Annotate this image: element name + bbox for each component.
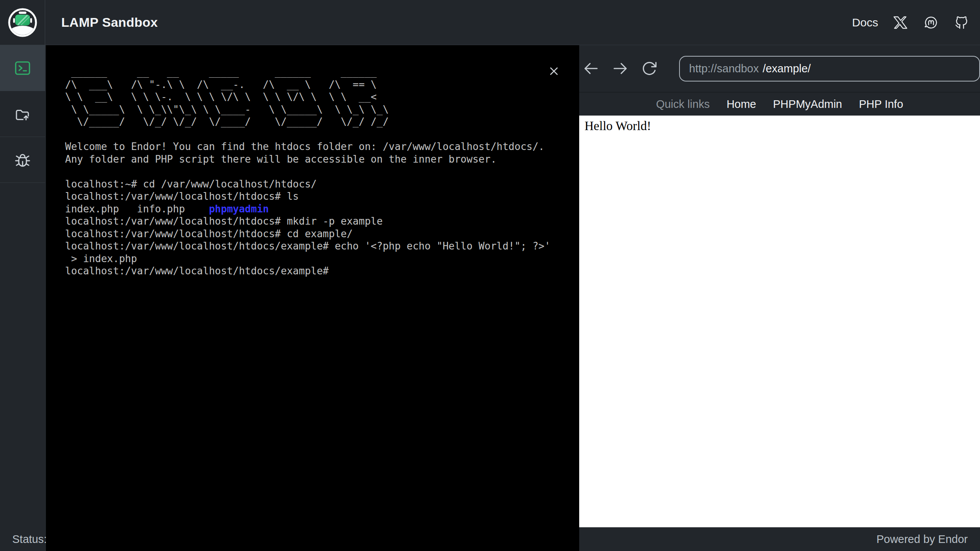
terminal-line: localhost:/var/www/localhost/htdocs/exam… <box>65 240 564 253</box>
terminal-line: localhost:/var/www/localhost/htdocs# cd … <box>65 228 564 240</box>
arrow-left-icon <box>583 60 599 77</box>
terminal-session: localhost:~# cd /var/www/localhost/htdoc… <box>65 178 564 277</box>
logo-cell <box>0 0 45 45</box>
quick-link-php-info[interactable]: PHP Info <box>859 98 903 111</box>
terminal-line: > index.php <box>65 253 564 265</box>
app-title: LAMP Sandbox <box>61 15 158 30</box>
close-terminal-button[interactable] <box>546 63 562 80</box>
quick-link-home[interactable]: Home <box>727 98 756 111</box>
url-prefix: http://sandbox <box>689 62 759 75</box>
x-twitter-icon[interactable] <box>892 14 909 31</box>
app-header: LAMP Sandbox Docs <box>0 0 980 45</box>
terminal-line: localhost:/var/www/localhost/htdocs/exam… <box>65 265 564 277</box>
quick-links-label: Quick links <box>656 98 710 111</box>
terminal-dir-entry: phpmyadmin <box>209 203 269 215</box>
url-input[interactable]: http://sandbox /example/ <box>679 56 980 82</box>
mastodon-icon[interactable] <box>923 14 939 31</box>
forward-button[interactable] <box>612 60 629 77</box>
quick-links-bar: Quick links HomePHPMyAdminPHP Info <box>579 92 980 116</box>
terminal-line: localhost:/var/www/localhost/htdocs# ls <box>65 190 564 203</box>
bug-icon <box>13 151 32 169</box>
powered-by: Powered by Endor <box>876 533 968 546</box>
terminal-panel[interactable]: ______ __ __ _____ ______ ______ /\ ___\… <box>46 45 579 551</box>
terminal-line: localhost:~# cd /var/www/localhost/htdoc… <box>65 178 564 191</box>
quick-link-phpmyadmin[interactable]: PHPMyAdmin <box>773 98 842 111</box>
page-content-text: Hello World! <box>585 119 980 133</box>
refresh-icon <box>641 60 658 77</box>
back-button[interactable] <box>583 60 599 77</box>
ascii-art-endor: ______ __ __ _____ ______ ______ /\ ___\… <box>65 66 564 128</box>
sidebar <box>0 45 45 527</box>
browser-navbar: http://sandbox /example/ <box>579 45 980 92</box>
terminal-line: localhost:/var/www/localhost/htdocs# mkd… <box>65 215 564 228</box>
sidebar-item-debug[interactable] <box>0 137 45 183</box>
close-icon <box>547 65 560 78</box>
browser-panel: http://sandbox /example/ Quick links Hom… <box>579 45 980 527</box>
app-root: LAMP Sandbox Docs <box>0 0 980 551</box>
arrow-right-icon <box>612 60 629 77</box>
github-icon[interactable] <box>953 14 970 31</box>
folder-upload-icon <box>13 105 32 123</box>
terminal-line: index.php info.php phpmyadmin <box>65 203 564 215</box>
url-path: /example/ <box>763 62 811 75</box>
status-label: Status: <box>12 533 47 546</box>
docs-link[interactable]: Docs <box>852 16 878 29</box>
header-actions: Docs <box>852 14 980 31</box>
refresh-button[interactable] <box>641 60 658 77</box>
sidebar-item-terminal[interactable] <box>0 45 45 91</box>
sidebar-item-upload[interactable] <box>0 91 45 137</box>
browser-viewport: Hello World! <box>579 116 980 527</box>
terminal-icon <box>13 59 32 77</box>
app-logo-astronaut <box>7 7 38 38</box>
terminal-welcome-text: Welcome to Endor! You can find the htdoc… <box>65 140 564 165</box>
